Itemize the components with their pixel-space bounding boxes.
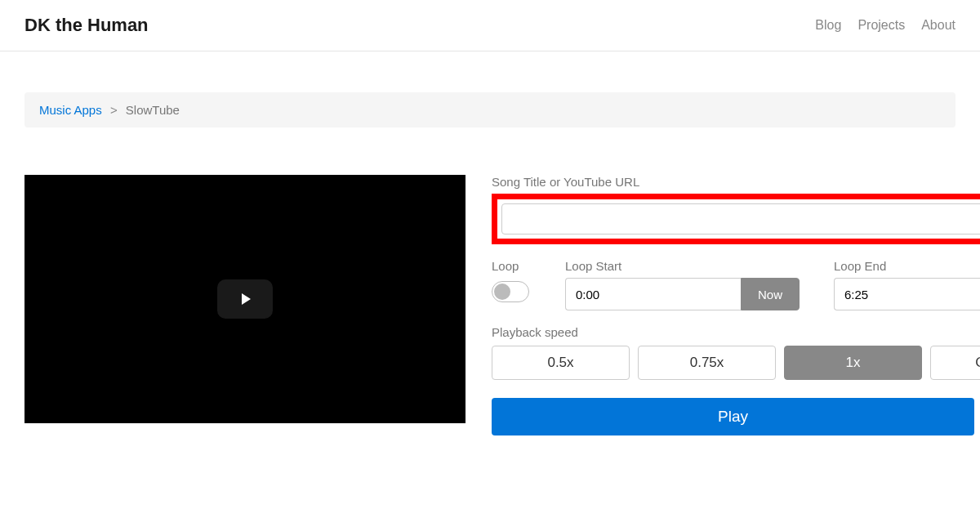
nav-about[interactable]: About xyxy=(921,18,956,33)
top-nav: Blog Projects About xyxy=(815,18,956,33)
url-highlight-box xyxy=(492,194,980,244)
breadcrumb: Music Apps > SlowTube xyxy=(24,92,956,127)
speed-one-button[interactable]: 1x xyxy=(784,346,922,380)
breadcrumb-current: SlowTube xyxy=(126,103,180,117)
speed-three-quarter-button[interactable]: 0.75x xyxy=(638,346,776,380)
breadcrumb-separator: > xyxy=(110,103,118,117)
video-player[interactable] xyxy=(24,175,466,423)
nav-blog[interactable]: Blog xyxy=(815,18,841,33)
play-icon xyxy=(235,289,255,309)
toggle-knob xyxy=(494,284,510,300)
video-play-button[interactable] xyxy=(217,279,273,319)
breadcrumb-parent[interactable]: Music Apps xyxy=(39,103,102,117)
loop-start-label: Loop Start xyxy=(565,259,800,273)
loop-end-label: Loop End xyxy=(834,259,980,273)
site-header: DK the Human Blog Projects About xyxy=(0,0,980,51)
loop-end-input[interactable] xyxy=(834,278,980,310)
url-label: Song Title or YouTube URL xyxy=(492,175,980,189)
nav-projects[interactable]: Projects xyxy=(858,18,905,33)
speed-half-button[interactable]: 0.5x xyxy=(492,346,630,380)
loop-start-input[interactable] xyxy=(565,278,741,310)
loop-start-now-button[interactable]: Now xyxy=(741,278,800,310)
loop-toggle[interactable] xyxy=(492,281,529,302)
url-input[interactable] xyxy=(501,203,980,234)
play-button[interactable]: Play xyxy=(492,398,974,435)
speed-custom-button[interactable]: Custom xyxy=(930,346,980,380)
loop-toggle-label: Loop xyxy=(492,259,565,273)
brand-title[interactable]: DK the Human xyxy=(24,15,149,36)
speed-label: Playback speed xyxy=(492,325,980,339)
